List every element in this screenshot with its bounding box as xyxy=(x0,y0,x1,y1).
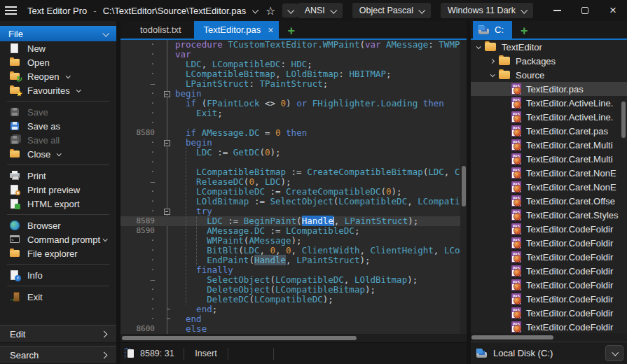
code-line[interactable]: · LDC, LCompatibleDC: HDC; xyxy=(120,59,467,69)
menu-item-new[interactable]: New xyxy=(0,41,116,55)
code-line[interactable]: · xyxy=(120,158,467,167)
encoding-dropdown[interactable]: ANSI xyxy=(298,3,343,18)
menu-item-info[interactable]: Info xyxy=(0,268,116,282)
file-item[interactable]: TextEditor.CodeFoldir xyxy=(471,222,627,236)
code-line[interactable]: – SelectObject(LCompatibleDC, LOldBitmap… xyxy=(120,275,467,285)
tree-node-packages[interactable]: Packages xyxy=(471,54,627,68)
code-line[interactable]: · end; xyxy=(120,304,467,314)
tab-texteditor-pas[interactable]: TextEditor.pas× xyxy=(194,21,280,38)
fold-column[interactable] xyxy=(161,138,172,148)
close-window-button[interactable]: × xyxy=(599,0,627,21)
file-item[interactable]: TextEditor.CodeFoldir xyxy=(471,236,627,250)
file-item[interactable]: TextEditor.CodeFoldir xyxy=(471,250,627,264)
fold-column[interactable] xyxy=(161,206,172,216)
code-line[interactable]: 8590 AMessage.DC := LCompatibleDC; xyxy=(120,226,467,236)
tree-vertical-scrollbar[interactable] xyxy=(621,40,626,333)
menu-item-html-export[interactable]: HTML export xyxy=(0,197,116,211)
menu-item-close[interactable]: Close xyxy=(0,147,116,161)
code-line[interactable]: – LPaintStruct: TPaintStruct; xyxy=(120,79,467,89)
fold-collapse-icon[interactable] xyxy=(164,140,170,146)
code-line[interactable]: · EndPaint(Handle, LPaintStruct); xyxy=(120,255,467,265)
file-item[interactable]: TextEditor.CodeFoldir xyxy=(471,292,627,306)
chevron-right-icon[interactable] xyxy=(490,58,495,63)
code-line[interactable]: · WMPaint(AMessage); xyxy=(120,236,467,246)
file-item[interactable]: TextEditor.CodeFoldir xyxy=(471,320,627,333)
edit-menu-header[interactable]: Edit xyxy=(0,325,116,343)
menu-item-save-all[interactable]: Save all xyxy=(0,133,116,147)
menu-item-browser[interactable]: Browser xyxy=(0,218,116,232)
menu-item-save-as[interactable]: Save as xyxy=(0,119,116,133)
chevron-down-icon[interactable] xyxy=(476,44,481,49)
scrollbar-thumb[interactable] xyxy=(471,335,553,340)
file-item[interactable]: TextEditor.CodeFoldir xyxy=(471,306,627,320)
code-line[interactable]: ·procedure TCustomTextEditor.WMPaint(var… xyxy=(120,40,467,50)
path-dropdown-icon[interactable] xyxy=(252,7,259,13)
recent-files-dropdown-button[interactable] xyxy=(282,4,297,18)
file-menu-header[interactable]: File xyxy=(0,26,116,41)
drive-selector[interactable]: Local Disk (C:) xyxy=(471,342,627,364)
minimize-button[interactable] xyxy=(543,0,571,21)
fold-collapse-icon[interactable] xyxy=(164,209,170,215)
file-item[interactable]: TextEditor.ActiveLine. xyxy=(471,110,627,124)
fold-column[interactable] xyxy=(161,314,172,324)
code-line[interactable]: · xyxy=(120,118,467,128)
tree-horizontal-scrollbar[interactable] xyxy=(471,333,627,342)
file-item[interactable]: TextEditor.CodeFoldir xyxy=(471,264,627,278)
theme-dropdown[interactable]: Windows 11 Dark xyxy=(441,3,533,18)
menu-item-file-explorer[interactable]: File explorer xyxy=(0,246,116,260)
add-explorer-tab-button[interactable]: + xyxy=(521,24,528,37)
menu-item-exit[interactable]: Exit xyxy=(0,290,116,304)
close-tab-icon[interactable]: × xyxy=(268,26,273,34)
code-line[interactable]: · LCompatibleBitmap := CreateCompatibleB… xyxy=(120,167,467,177)
tree-node-source[interactable]: Source xyxy=(471,68,627,82)
code-line[interactable]: ·begin xyxy=(120,89,467,99)
menu-item-reopen[interactable]: ↻Reopen xyxy=(0,69,116,83)
code-line[interactable]: · begin xyxy=(120,138,467,148)
drive-tab[interactable]: C: xyxy=(473,21,512,38)
chevron-down-icon[interactable] xyxy=(490,72,495,77)
editor-vertical-scrollbar[interactable] xyxy=(460,40,467,334)
scrollbar-thumb[interactable] xyxy=(122,336,357,340)
menu-item-open[interactable]: Open xyxy=(0,55,116,69)
code-line[interactable]: ·var xyxy=(120,50,467,59)
file-item[interactable]: TextEditor.Caret.NonE xyxy=(471,180,627,194)
code-line[interactable]: · LCompatibleBitmap, LOldBitmap: HBITMAP… xyxy=(120,69,467,79)
code-line[interactable]: · Exit; xyxy=(120,108,467,118)
code-line[interactable]: – ReleaseDC(0, LDC); xyxy=(120,177,467,187)
menu-item-print-preview[interactable]: Print preview xyxy=(0,183,116,197)
maximize-button[interactable] xyxy=(571,0,599,21)
file-item[interactable]: TextEditor.Caret.Multi xyxy=(471,152,627,166)
menu-item-command-prompt[interactable]: Command prompt xyxy=(0,232,116,246)
syntax-dropdown[interactable]: Object Pascal xyxy=(352,3,431,18)
code-line[interactable]: · LOldBitmap := SelectObject(LCompatible… xyxy=(120,197,467,206)
file-item[interactable]: TextEditor.Caret.Styles xyxy=(471,208,627,222)
fold-column[interactable] xyxy=(161,304,172,314)
favourite-star-icon[interactable]: ☆ xyxy=(266,4,275,18)
file-item[interactable]: TextEditor.CodeFoldir xyxy=(471,278,627,292)
file-item[interactable]: TextEditor.Caret.Multi xyxy=(471,138,627,152)
scrollbar-thumb[interactable] xyxy=(621,102,626,138)
menu-item-favourites[interactable]: ★Favourites xyxy=(0,83,116,97)
search-menu-header[interactable]: Search xyxy=(0,346,116,364)
file-item[interactable]: TextEditor.Caret.Offse xyxy=(471,194,627,208)
code-line[interactable]: · DeleteDC(LCompatibleDC); xyxy=(120,295,467,304)
code-line[interactable]: · DeleteObject(LCompatibleBitmap); xyxy=(120,285,467,295)
tree-node-texteditor[interactable]: TextEditor xyxy=(471,40,627,54)
fold-column[interactable] xyxy=(161,89,172,99)
insert-mode-cell[interactable]: Insert xyxy=(184,343,228,364)
drive-dropdown-button[interactable] xyxy=(605,345,623,361)
file-item[interactable]: TextEditor.Caret.NonE xyxy=(471,166,627,180)
file-item[interactable]: TextEditor.ActiveLine. xyxy=(471,96,627,110)
code-line[interactable]: · LCompatibleDC := CreateCompatibleDC(0)… xyxy=(120,187,467,197)
code-line[interactable]: · LDC := GetDC(0); xyxy=(120,148,467,158)
menu-item-save[interactable]: Save xyxy=(0,105,116,119)
code-editor[interactable]: ·procedure TCustomTextEditor.WMPaint(var… xyxy=(120,40,467,334)
tab-todolist-txt[interactable]: todolist.txt xyxy=(130,21,191,38)
menu-item-print[interactable]: Print xyxy=(0,169,116,183)
code-line[interactable]: · end xyxy=(120,314,467,324)
editor-horizontal-scrollbar[interactable] xyxy=(120,334,467,342)
code-line[interactable]: 8580 if AMessage.DC = 0 then xyxy=(120,128,467,138)
file-item[interactable]: TextEditor.pas xyxy=(471,82,627,96)
code-line[interactable]: · finally xyxy=(120,265,467,275)
add-tab-button[interactable]: + xyxy=(287,24,295,37)
